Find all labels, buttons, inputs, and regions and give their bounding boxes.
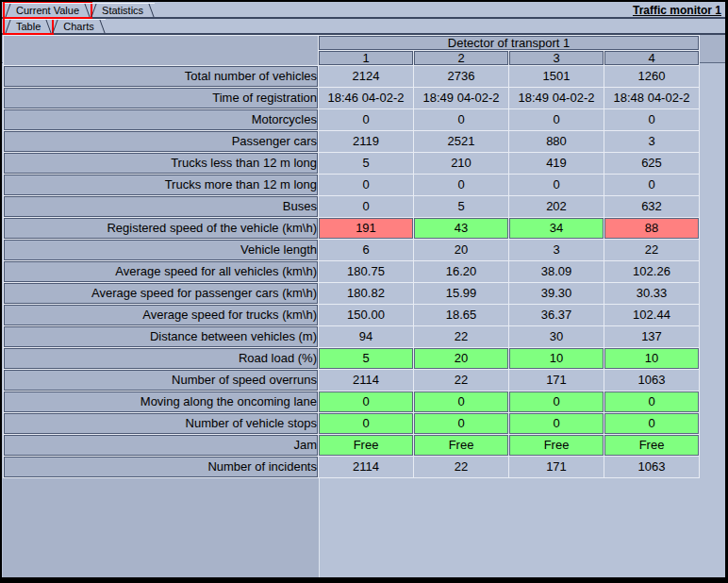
cell: 1063 <box>604 457 699 477</box>
cell: 1501 <box>509 66 604 87</box>
cell: 3 <box>509 240 604 260</box>
tab-table[interactable]: Table <box>5 19 52 33</box>
cell-highlight-green: Free <box>414 435 508 456</box>
cell: 5 <box>414 196 508 217</box>
cell: 202 <box>509 196 604 217</box>
tab-charts[interactable]: Charts <box>52 19 105 33</box>
column-header: 1 <box>319 51 413 65</box>
cell: 0 <box>319 175 413 195</box>
cell: 632 <box>604 196 699 217</box>
cell-highlight-green: 0 <box>604 413 699 434</box>
row-label: Number of incidents <box>4 457 318 477</box>
table-row: Passenger cars 2119 2521 880 3 <box>4 131 699 152</box>
cell: 102.26 <box>604 261 699 282</box>
cell: 3 <box>604 131 699 152</box>
cell: 18.65 <box>414 305 508 325</box>
cell-highlight-green: 10 <box>604 348 699 369</box>
cell-highlight-green: 20 <box>414 348 508 369</box>
cell: 0 <box>509 109 604 130</box>
table-row: Vehicle length 6 20 3 22 <box>4 240 699 260</box>
cell-highlight-green: 0 <box>319 413 413 434</box>
row-label: Trucks more than 12 m long <box>4 175 318 195</box>
cell-highlight-green: 0 <box>509 413 604 434</box>
table-row: Time of registration 18:46 04-02-2 18:49… <box>4 88 699 108</box>
column-header: 3 <box>509 51 604 65</box>
cell: 0 <box>319 196 413 217</box>
cell: 0 <box>604 109 699 130</box>
view-tabs: Table Charts <box>2 19 725 35</box>
row-label: Registered speed of the vehicle (km\h) <box>4 218 318 239</box>
cell: 6 <box>319 240 413 260</box>
cell: 1063 <box>604 370 699 391</box>
row-label: Motorcycles <box>4 109 318 130</box>
table-row: Average speed for all vehicles (km\h) 18… <box>4 261 699 282</box>
row-label: Total number of vehicles <box>4 66 318 87</box>
cell: 171 <box>509 370 604 391</box>
cell: 2124 <box>319 66 413 87</box>
row-label: Moving along the oncoming lane <box>4 391 318 412</box>
cell-highlight-green: Free <box>319 435 413 456</box>
cell: 210 <box>414 153 508 174</box>
cell: 39.30 <box>509 283 604 304</box>
group-header-row: Detector of transport 1 <box>4 36 699 50</box>
table-row: Average speed for trucks (km\h) 150.00 1… <box>4 305 699 325</box>
row-label: Buses <box>4 196 318 217</box>
row-label: Time of registration <box>4 88 318 108</box>
cell: 0 <box>414 175 508 195</box>
column-header: 2 <box>414 51 508 65</box>
cell: 15.99 <box>414 283 508 304</box>
traffic-monitor-window: Current Value Statistics Traffic monitor… <box>0 0 728 583</box>
row-label: Average speed for all vehicles (km\h) <box>4 261 318 282</box>
cell: 22 <box>414 326 508 347</box>
cell: 94 <box>319 326 413 347</box>
row-label: Vehicle length <box>4 240 318 260</box>
table-row: Registered speed of the vehicle (km\h) 1… <box>4 218 699 239</box>
row-label: Number of vehicle stops <box>4 413 318 434</box>
cell: 2119 <box>319 131 413 152</box>
tab-charts-label: Charts <box>63 21 93 32</box>
group-header: Detector of transport 1 <box>319 36 699 50</box>
cell: 22 <box>414 457 508 477</box>
cell: 2521 <box>414 131 508 152</box>
cell-highlight-green: 43 <box>414 218 508 239</box>
cell: 419 <box>509 153 604 174</box>
cell: 0 <box>604 175 699 195</box>
cell: 0 <box>509 175 604 195</box>
page-title: Traffic monitor 1 <box>633 4 721 17</box>
row-label: Passenger cars <box>4 131 318 152</box>
column-header: 4 <box>604 51 699 65</box>
cell: 30.33 <box>604 283 699 304</box>
cell-highlight-green: 10 <box>509 348 604 369</box>
table-row: Trucks less than 12 m long 5 210 419 625 <box>4 153 699 174</box>
cell: 18:49 04-02-2 <box>509 88 604 108</box>
cell: 0 <box>319 109 413 130</box>
cell: 5 <box>319 153 413 174</box>
cell: 18:49 04-02-2 <box>414 88 508 108</box>
table-row: Motorcycles 0 0 0 0 <box>4 109 699 130</box>
row-label: Trucks less than 12 m long <box>4 153 318 174</box>
cell: 22 <box>604 240 699 260</box>
table-row: Road load (%) 5 20 10 10 <box>4 348 699 369</box>
row-label: Distance between vehicles (m) <box>4 326 318 347</box>
cell: 171 <box>509 457 604 477</box>
cell: 16.20 <box>414 261 508 282</box>
cell-highlight-green: 0 <box>414 413 508 434</box>
cell: 880 <box>509 131 604 152</box>
page-tabs: Current Value Statistics <box>2 2 725 19</box>
cell: 30 <box>509 326 604 347</box>
table-row: Number of speed overruns 2114 22 171 106… <box>4 370 699 391</box>
cell: 22 <box>414 370 508 391</box>
cell-highlight-red: 191 <box>319 218 413 239</box>
cell-highlight-green: Free <box>509 435 604 456</box>
cell-highlight-green: 0 <box>604 391 699 412</box>
tab-table-label: Table <box>16 21 41 32</box>
table-row: Jam Free Free Free Free <box>4 435 699 456</box>
traffic-grid: Detector of transport 1 1 2 3 4 Total nu… <box>3 35 700 478</box>
cell-highlight-green: 0 <box>414 391 508 412</box>
table-row: Average speed for passenger cars (km\h) … <box>4 283 699 304</box>
tab-current-value[interactable]: Current Value <box>5 3 91 17</box>
tab-statistics[interactable]: Statistics <box>91 3 155 17</box>
cell: 0 <box>414 109 508 130</box>
cell: 180.82 <box>319 283 413 304</box>
cell-highlight-green: 5 <box>319 348 413 369</box>
